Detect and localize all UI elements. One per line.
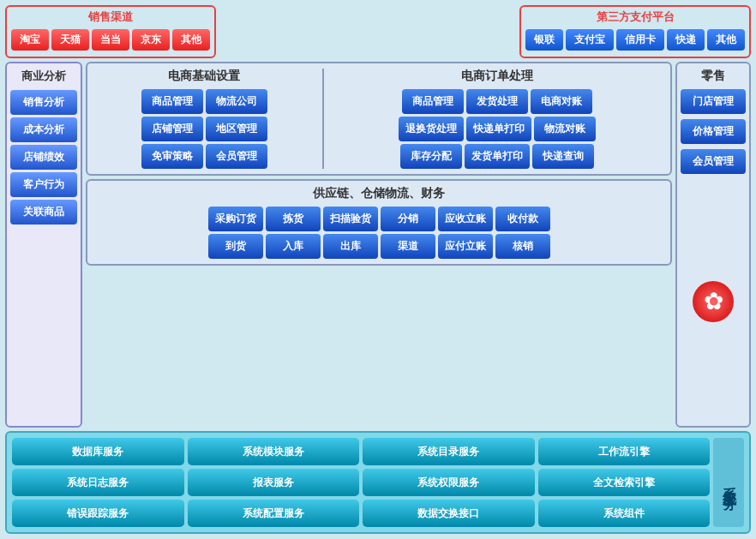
- retail-title: 零售: [681, 69, 746, 84]
- service-catalog[interactable]: 系统目录服务: [363, 438, 535, 465]
- ec-order-row3: 库存分配 发货单打印 快递查询: [330, 144, 665, 169]
- channel-btn-dangdang[interactable]: 当当: [92, 29, 129, 51]
- ec-basic-row3: 免审策略 会员管理: [93, 144, 316, 169]
- service-workflow[interactable]: 工作流引擎: [538, 438, 711, 465]
- retail-price-mgmt[interactable]: 价格管理: [681, 119, 746, 144]
- channel-btn-jingdong[interactable]: 京东: [132, 29, 170, 51]
- section-divider: [322, 69, 324, 169]
- service-config[interactable]: 系统配置服务: [188, 500, 360, 527]
- middle-section: 商业分析 销售分析 成本分析 店铺绩效 客户行为 关联商品 电商基础设置 商品管…: [5, 62, 751, 428]
- ec-basic-member-mgmt[interactable]: 会员管理: [206, 144, 267, 169]
- sc-arrival[interactable]: 到货: [208, 234, 263, 259]
- channel-btn-yinlian[interactable]: 银联: [525, 29, 563, 51]
- ec-order-express-print[interactable]: 快递单打印: [466, 117, 531, 141]
- service-report[interactable]: 报表服务: [188, 469, 360, 496]
- channel-btn-credit[interactable]: 信用卡: [616, 29, 664, 51]
- sc-payment[interactable]: 收付款: [495, 207, 550, 231]
- sc-row2: 到货 入库 出库 渠道 应付立账 核销: [93, 234, 665, 259]
- ec-order-product-mgmt[interactable]: 商品管理: [402, 89, 464, 114]
- ec-basic-product-mgmt[interactable]: 商品管理: [141, 89, 203, 114]
- sc-receivable[interactable]: 应收立账: [438, 207, 493, 231]
- sc-warehousing[interactable]: 入库: [266, 234, 321, 259]
- channel-btn-sales-other[interactable]: 其他: [172, 29, 210, 51]
- top-channels: 销售渠道 淘宝 天猫 当当 京东 其他 第三方支付平台 银联 支付宝 信用卡 快…: [5, 5, 751, 58]
- logo-circle: ✿: [693, 281, 734, 322]
- service-permission[interactable]: 系统权限服务: [363, 469, 535, 496]
- service-log[interactable]: 系统日志服务: [12, 469, 184, 496]
- ec-order-title: 电商订单处理: [330, 69, 665, 84]
- sidebar-cost-analysis[interactable]: 成本分析: [10, 117, 77, 142]
- sidebar-customer-behavior[interactable]: 客户行为: [10, 172, 77, 197]
- channel-btn-zhifubao[interactable]: 支付宝: [566, 29, 614, 51]
- ec-basic-logistics[interactable]: 物流公司: [206, 89, 267, 114]
- ec-basic-row1: 商品管理 物流公司: [93, 89, 316, 114]
- supply-chain-section: 供应链、仓储物流、财务 采购订货 拣货 扫描验货 分销 应收立账 收付款 到货 …: [86, 179, 672, 266]
- payment-channel-group: 第三方支付平台 银联 支付宝 信用卡 快递 其他: [519, 5, 751, 58]
- main-container: 销售渠道 淘宝 天猫 当当 京东 其他 第三方支付平台 银联 支付宝 信用卡 快…: [0, 0, 756, 539]
- sales-channel-group: 销售渠道 淘宝 天猫 当当 京东 其他: [5, 5, 216, 58]
- sidebar-store-performance[interactable]: 店铺绩效: [10, 145, 77, 170]
- sc-scan-check[interactable]: 扫描验货: [323, 207, 378, 231]
- bottom-services: 数据库服务 系统模块服务 系统目录服务 工作流引擎 系统日志服务 报表服务 系统…: [5, 431, 751, 534]
- ec-order-express-query[interactable]: 快递查询: [532, 144, 594, 169]
- ec-order-inventory-alloc[interactable]: 库存分配: [400, 144, 462, 169]
- sc-purchase-order[interactable]: 采购订货: [208, 207, 263, 231]
- service-db[interactable]: 数据库服务: [12, 438, 184, 465]
- ec-basic-section: 电商基础设置 商品管理 物流公司 店铺管理 地区管理 免审策略 会员管理: [93, 69, 316, 169]
- ec-order-reconcile[interactable]: 电商对账: [531, 89, 592, 114]
- supply-chain-title: 供应链、仓储物流、财务: [93, 186, 665, 201]
- service-fulltext[interactable]: 全文检索引擎: [538, 469, 711, 496]
- channel-btn-kuaidi[interactable]: 快递: [667, 29, 705, 51]
- payment-channel-title: 第三方支付平台: [525, 9, 745, 25]
- sc-channel[interactable]: 渠道: [381, 234, 435, 259]
- service-error-track[interactable]: 错误跟踪服务: [12, 500, 184, 527]
- channel-btn-taobao[interactable]: 淘宝: [11, 29, 49, 51]
- ec-basic-title: 电商基础设置: [93, 69, 316, 84]
- service-module[interactable]: 系统模块服务: [188, 438, 360, 465]
- sc-payable[interactable]: 应付立账: [438, 234, 493, 259]
- ec-basic-store-mgmt[interactable]: 店铺管理: [141, 117, 203, 141]
- ec-order-return[interactable]: 退换货处理: [399, 117, 464, 141]
- ec-order-ship-process[interactable]: 发货处理: [466, 89, 528, 114]
- services-label: 系统服务: [713, 438, 744, 527]
- top-center-panel: 电商基础设置 商品管理 物流公司 店铺管理 地区管理 免审策略 会员管理: [86, 62, 672, 176]
- service-data-exchange[interactable]: 数据交换接口: [363, 500, 535, 527]
- retail-member-mgmt[interactable]: 会员管理: [681, 149, 746, 174]
- ec-order-row2: 退换货处理 快递单打印 物流对账: [330, 117, 665, 141]
- ec-basic-exempt-audit[interactable]: 免审策略: [141, 144, 203, 169]
- sidebar-related-products[interactable]: 关联商品: [10, 200, 77, 225]
- service-component[interactable]: 系统组件: [538, 500, 711, 527]
- ec-basic-row2: 店铺管理 地区管理: [93, 117, 316, 141]
- retail-sidebar: 零售 门店管理 价格管理 会员管理 ✿: [675, 62, 751, 428]
- center-area: 电商基础设置 商品管理 物流公司 店铺管理 地区管理 免审策略 会员管理: [86, 62, 672, 428]
- channel-btn-payment-other[interactable]: 其他: [707, 29, 745, 51]
- sc-writeoff[interactable]: 核销: [495, 234, 550, 259]
- ec-basic-region-mgmt[interactable]: 地区管理: [206, 117, 267, 141]
- services-grid: 数据库服务 系统模块服务 系统目录服务 工作流引擎 系统日志服务 报表服务 系统…: [12, 438, 710, 527]
- sc-outbound[interactable]: 出库: [323, 234, 378, 259]
- payment-channel-buttons: 银联 支付宝 信用卡 快递 其他: [525, 29, 745, 51]
- channel-btn-tianmao[interactable]: 天猫: [51, 29, 89, 51]
- sidebar-sales-analysis[interactable]: 销售分析: [10, 90, 77, 115]
- sc-row1: 采购订货 拣货 扫描验货 分销 应收立账 收付款: [93, 207, 665, 231]
- sc-pick[interactable]: 拣货: [266, 207, 321, 231]
- sc-distribution[interactable]: 分销: [381, 207, 435, 231]
- sales-channel-buttons: 淘宝 天猫 当当 京东 其他: [11, 29, 210, 51]
- ec-order-section: 电商订单处理 商品管理 发货处理 电商对账 退换货处理 快递单打印 物流对账 库…: [330, 69, 665, 169]
- ec-order-logistics-reconcile[interactable]: 物流对账: [534, 117, 596, 141]
- retail-store-mgmt[interactable]: 门店管理: [681, 89, 746, 114]
- ec-order-ship-print[interactable]: 发货单打印: [465, 144, 530, 169]
- sales-channel-title: 销售渠道: [11, 9, 210, 25]
- business-analysis-sidebar: 商业分析 销售分析 成本分析 店铺绩效 客户行为 关联商品: [5, 62, 82, 428]
- ec-order-row1: 商品管理 发货处理 电商对账: [330, 89, 665, 114]
- business-analysis-title: 商业分析: [10, 69, 77, 84]
- logo-spiral-icon: ✿: [704, 287, 723, 315]
